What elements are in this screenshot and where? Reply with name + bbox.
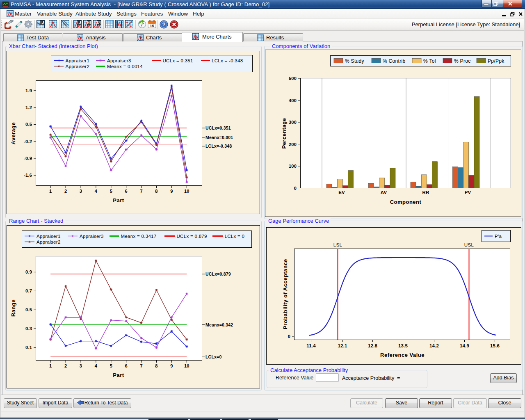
svg-text:Appraiser1: Appraiser1: [66, 58, 90, 63]
svg-text:LCLx=-0.348: LCLx=-0.348: [205, 144, 232, 148]
svg-text:15.6: 15.6: [490, 343, 500, 348]
svg-text:4: 4: [95, 189, 98, 194]
svg-text:X: X: [88, 21, 90, 25]
svg-text:Appraiser1: Appraiser1: [37, 234, 61, 239]
svg-text:-0.2: -0.2: [24, 139, 32, 144]
svg-text:14.2: 14.2: [429, 343, 439, 348]
svg-text:0.3: 0.3: [25, 326, 32, 331]
svg-text:5: 5: [110, 363, 112, 368]
svg-text:5: 5: [110, 189, 112, 194]
svg-text:13.5: 13.5: [398, 343, 408, 348]
svg-text:N: N: [98, 21, 100, 25]
svg-text:1: 1: [49, 189, 52, 194]
svg-text:15: 15: [150, 23, 154, 28]
svg-text:100: 100: [289, 164, 297, 169]
svg-text:6: 6: [125, 363, 128, 368]
svg-text:500: 500: [289, 76, 297, 81]
svg-text:AV: AV: [381, 190, 387, 195]
svg-text:Appraiser3: Appraiser3: [107, 58, 131, 63]
svg-text:2: 2: [64, 363, 67, 368]
svg-text:0: 0: [294, 186, 297, 191]
svg-text:3: 3: [80, 363, 82, 368]
svg-text:11.4: 11.4: [306, 343, 316, 348]
svg-text:8: 8: [155, 189, 158, 194]
svg-text:0: 0: [288, 334, 290, 339]
svg-text:0.7: 0.7: [25, 288, 32, 293]
svg-text:200: 200: [289, 142, 297, 147]
svg-text:?: ?: [162, 21, 166, 27]
svg-text:4: 4: [95, 363, 98, 368]
svg-text:Meanx=0.001: Meanx=0.001: [205, 135, 233, 140]
svg-text:UCLx = 0.351: UCLx = 0.351: [163, 58, 193, 63]
svg-text:Percentage: Percentage: [281, 118, 287, 148]
svg-text:14.9: 14.9: [460, 343, 469, 348]
svg-text:Reference Value: Reference Value: [380, 352, 425, 358]
svg-text:400: 400: [289, 98, 297, 103]
svg-text:UCLx = 0.879: UCLx = 0.879: [177, 234, 207, 239]
svg-text:Part: Part: [113, 372, 124, 378]
svg-text:R: R: [78, 21, 80, 25]
svg-text:-0.9: -0.9: [24, 156, 32, 161]
svg-text:7: 7: [140, 363, 142, 368]
svg-text:RR: RR: [422, 190, 429, 195]
svg-text:9: 9: [170, 363, 173, 368]
svg-text:0.5: 0.5: [25, 307, 32, 312]
svg-text:1: 1: [49, 363, 52, 368]
svg-text:10: 10: [184, 363, 189, 368]
svg-text:Part: Part: [113, 197, 124, 203]
svg-text:EV: EV: [338, 190, 345, 195]
svg-text:LCLx = -0.348: LCLx = -0.348: [212, 58, 243, 63]
svg-text:-1.6: -1.6: [24, 173, 32, 178]
svg-text:LSL: LSL: [333, 242, 342, 247]
svg-text:% Tol: % Tol: [423, 58, 436, 64]
svg-text:2: 2: [64, 189, 67, 194]
svg-text:% Proc: % Proc: [454, 58, 470, 64]
svg-text:UCLx=0.879: UCLx=0.879: [205, 272, 231, 276]
svg-text:P'a: P'a: [495, 234, 502, 239]
svg-text:1.9: 1.9: [25, 88, 32, 93]
svg-text:PV: PV: [465, 190, 471, 195]
svg-text:R: R: [41, 21, 43, 25]
svg-text:Appraiser3: Appraiser3: [80, 234, 104, 239]
svg-text:LCLx = 0: LCLx = 0: [225, 234, 245, 239]
svg-text:12.8: 12.8: [368, 343, 378, 348]
svg-text:9: 9: [170, 189, 173, 194]
svg-text:7: 7: [140, 189, 142, 194]
svg-text:0.1: 0.1: [25, 345, 32, 350]
svg-text:Meanx=0.342: Meanx=0.342: [205, 322, 233, 327]
svg-text:6: 6: [125, 189, 128, 194]
svg-text:1.2: 1.2: [25, 105, 32, 110]
svg-text:% Contrib: % Contrib: [383, 58, 405, 64]
svg-text:300: 300: [289, 120, 297, 125]
svg-text:Appraiser2: Appraiser2: [66, 64, 90, 69]
svg-text:Average: Average: [10, 122, 16, 144]
svg-text:0.5: 0.5: [25, 122, 32, 127]
svg-text:3: 3: [80, 189, 82, 194]
svg-text:Probability of Acceptance: Probability of Acceptance: [282, 259, 288, 329]
svg-text:UCLx=0.351: UCLx=0.351: [205, 126, 231, 130]
svg-text:LCLx=0: LCLx=0: [205, 354, 221, 359]
svg-text:Pp/Ppk: Pp/Ppk: [488, 58, 504, 64]
svg-text:Appraiser2: Appraiser2: [37, 240, 61, 244]
svg-text:USL: USL: [464, 242, 474, 247]
svg-text:0.9: 0.9: [25, 269, 32, 274]
svg-text:Component: Component: [390, 199, 422, 205]
svg-text:Meanx = 0.0014: Meanx = 0.0014: [107, 64, 143, 69]
svg-text:Meanx = 0.3417: Meanx = 0.3417: [121, 234, 157, 239]
svg-text:10: 10: [184, 189, 189, 194]
svg-text:8: 8: [155, 363, 158, 368]
svg-text:% Study: % Study: [345, 58, 364, 64]
svg-text:Range: Range: [10, 299, 16, 317]
svg-text:12.1: 12.1: [338, 343, 347, 348]
